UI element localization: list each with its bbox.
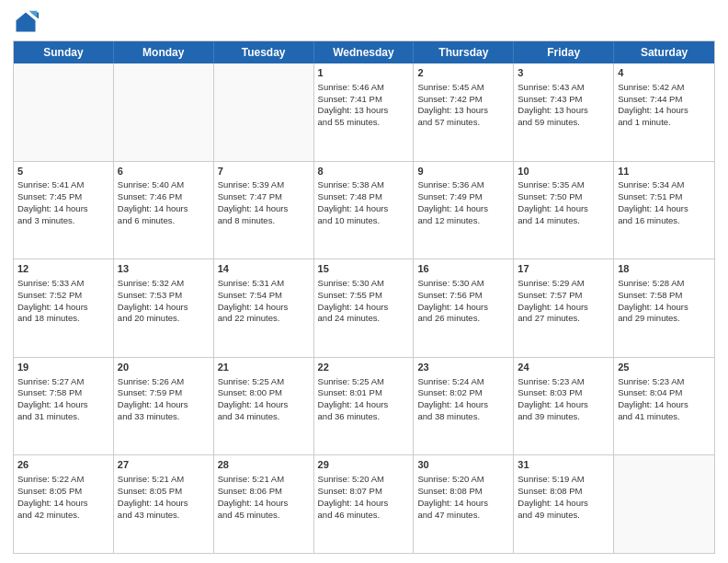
day-info-line: Sunrise: 5:26 AM	[118, 376, 210, 388]
header-cell-saturday: Saturday	[614, 41, 714, 63]
day-number: 3	[518, 66, 609, 80]
day-info-line: Sunrise: 5:35 AM	[518, 179, 609, 191]
day-number: 27	[118, 458, 210, 472]
day-info-line: Sunrise: 5:19 AM	[518, 474, 609, 486]
day-info-line: Daylight: 14 hours	[218, 302, 310, 314]
day-info-line: and 31 minutes.	[17, 411, 109, 423]
day-info-line: Daylight: 13 hours	[318, 105, 410, 117]
day-info-line: Daylight: 14 hours	[618, 302, 711, 314]
day-info-line: and 47 minutes.	[417, 510, 509, 522]
day-info-line: and 1 minute.	[618, 117, 711, 129]
day-info-line: Daylight: 14 hours	[518, 302, 609, 314]
header-cell-friday: Friday	[514, 41, 614, 63]
day-number: 26	[17, 458, 109, 472]
week-row-3: 12Sunrise: 5:33 AMSunset: 7:52 PMDayligh…	[14, 259, 714, 358]
cal-cell-day-27: 27Sunrise: 5:21 AMSunset: 8:05 PMDayligh…	[114, 455, 214, 553]
day-info-line: Sunset: 8:05 PM	[17, 486, 109, 498]
day-info-line: Daylight: 14 hours	[518, 399, 609, 411]
cal-cell-day-24: 24Sunrise: 5:23 AMSunset: 8:03 PMDayligh…	[514, 358, 614, 455]
day-info-line: Daylight: 14 hours	[17, 498, 109, 510]
cal-cell-day-30: 30Sunrise: 5:20 AMSunset: 8:08 PMDayligh…	[414, 455, 514, 553]
day-info-line: Daylight: 14 hours	[318, 302, 410, 314]
day-info-line: Daylight: 13 hours	[518, 105, 609, 117]
day-info-line: Sunset: 7:46 PM	[118, 191, 210, 203]
cal-cell-day-13: 13Sunrise: 5:32 AMSunset: 7:53 PMDayligh…	[114, 259, 214, 357]
day-info-line: Sunset: 7:41 PM	[318, 94, 410, 106]
day-number: 16	[417, 262, 509, 276]
day-number: 8	[318, 165, 410, 178]
day-info-line: Sunset: 8:03 PM	[518, 387, 609, 399]
day-info-line: Sunrise: 5:40 AM	[118, 179, 210, 191]
day-info-line: Sunset: 7:56 PM	[417, 290, 509, 302]
day-number: 20	[118, 361, 210, 374]
page-header	[13, 9, 715, 35]
day-info-line: Sunrise: 5:36 AM	[417, 179, 509, 191]
day-info-line: Sunrise: 5:24 AM	[417, 376, 509, 388]
calendar-header-row: SundayMondayTuesdayWednesdayThursdayFrid…	[14, 41, 714, 63]
week-row-4: 19Sunrise: 5:27 AMSunset: 7:58 PMDayligh…	[14, 358, 714, 456]
day-info-line: Sunrise: 5:20 AM	[417, 474, 509, 486]
day-info-line: and 16 minutes.	[618, 215, 711, 227]
cal-cell-day-7: 7Sunrise: 5:39 AMSunset: 7:47 PMDaylight…	[214, 162, 314, 259]
day-info-line: Sunrise: 5:30 AM	[417, 278, 509, 290]
day-info-line: and 41 minutes.	[618, 411, 711, 423]
day-info-line: Sunset: 8:07 PM	[318, 486, 410, 498]
day-info-line: Sunrise: 5:46 AM	[318, 82, 410, 94]
cal-cell-day-empty	[14, 63, 114, 161]
day-number: 14	[218, 262, 310, 276]
day-number: 2	[417, 66, 509, 80]
cal-cell-day-16: 16Sunrise: 5:30 AMSunset: 7:56 PMDayligh…	[414, 259, 514, 357]
day-info-line: Sunset: 8:01 PM	[318, 387, 410, 399]
day-info-line: Sunrise: 5:33 AM	[17, 278, 109, 290]
cal-cell-day-21: 21Sunrise: 5:25 AMSunset: 8:00 PMDayligh…	[214, 358, 314, 455]
day-info-line: Daylight: 14 hours	[618, 105, 711, 117]
day-info-line: Sunset: 8:08 PM	[518, 486, 609, 498]
day-info-line: and 42 minutes.	[17, 510, 109, 522]
day-info-line: and 55 minutes.	[318, 117, 410, 129]
cal-cell-day-empty	[114, 63, 214, 161]
day-info-line: Sunset: 8:08 PM	[417, 486, 509, 498]
day-info-line: and 18 minutes.	[17, 313, 109, 325]
day-info-line: and 3 minutes.	[17, 215, 109, 227]
day-info-line: Sunset: 8:02 PM	[417, 387, 509, 399]
logo-icon	[13, 9, 39, 35]
day-info-line: Sunrise: 5:25 AM	[318, 376, 410, 388]
day-info-line: Sunrise: 5:43 AM	[518, 82, 609, 94]
day-info-line: Daylight: 14 hours	[17, 203, 109, 215]
day-number: 11	[618, 165, 711, 178]
day-info-line: Daylight: 14 hours	[17, 302, 109, 314]
calendar-body: 1Sunrise: 5:46 AMSunset: 7:41 PMDaylight…	[14, 63, 714, 553]
day-number: 18	[618, 262, 711, 276]
day-info-line: and 33 minutes.	[118, 411, 210, 423]
day-info-line: Sunrise: 5:23 AM	[518, 376, 609, 388]
day-info-line: Sunrise: 5:31 AM	[218, 278, 310, 290]
day-info-line: Sunset: 7:57 PM	[518, 290, 609, 302]
day-info-line: and 20 minutes.	[118, 313, 210, 325]
day-number: 22	[318, 361, 410, 374]
day-info-line: Daylight: 14 hours	[118, 399, 210, 411]
day-info-line: and 8 minutes.	[218, 215, 310, 227]
day-number: 7	[218, 165, 310, 178]
day-info-line: Daylight: 14 hours	[218, 399, 310, 411]
day-info-line: and 36 minutes.	[318, 411, 410, 423]
day-info-line: Sunrise: 5:45 AM	[417, 82, 509, 94]
header-cell-thursday: Thursday	[414, 41, 514, 63]
day-info-line: Sunrise: 5:23 AM	[618, 376, 711, 388]
day-info-line: and 57 minutes.	[417, 117, 509, 129]
day-number: 4	[618, 66, 711, 80]
day-info-line: and 14 minutes.	[518, 215, 609, 227]
day-info-line: Sunset: 7:50 PM	[518, 191, 609, 203]
day-number: 10	[518, 165, 609, 178]
header-cell-tuesday: Tuesday	[214, 41, 314, 63]
day-info-line: Daylight: 14 hours	[417, 498, 509, 510]
cal-cell-day-empty	[214, 63, 314, 161]
cal-cell-day-14: 14Sunrise: 5:31 AMSunset: 7:54 PMDayligh…	[214, 259, 314, 357]
day-info-line: Sunrise: 5:32 AM	[118, 278, 210, 290]
cal-cell-day-4: 4Sunrise: 5:42 AMSunset: 7:44 PMDaylight…	[614, 63, 714, 161]
day-info-line: Sunset: 8:04 PM	[618, 387, 711, 399]
day-number: 23	[417, 361, 509, 374]
cal-cell-day-18: 18Sunrise: 5:28 AMSunset: 7:58 PMDayligh…	[614, 259, 714, 357]
day-info-line: Sunrise: 5:22 AM	[17, 474, 109, 486]
day-info-line: Sunset: 8:05 PM	[118, 486, 210, 498]
day-info-line: Sunset: 7:44 PM	[618, 94, 711, 106]
